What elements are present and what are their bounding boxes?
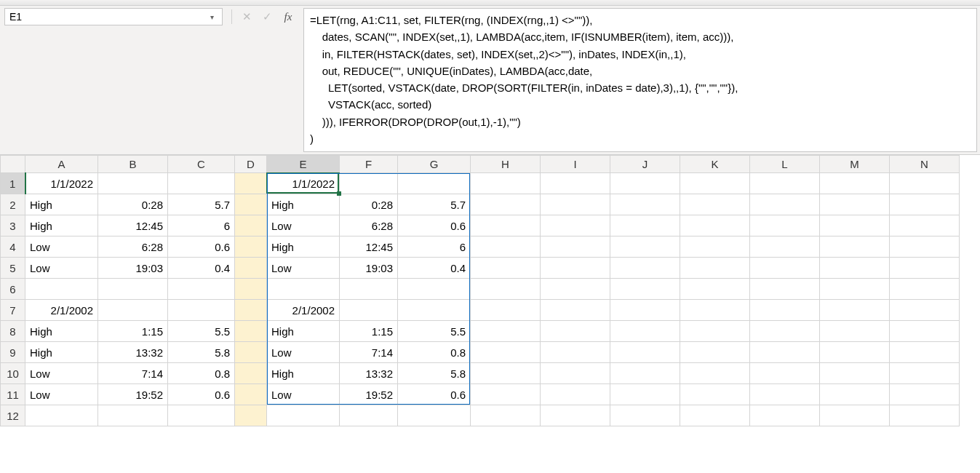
column-header-A[interactable]: A <box>25 156 98 173</box>
row-header-4[interactable]: 4 <box>1 236 25 258</box>
cell-H11[interactable] <box>471 384 541 405</box>
cell-D1[interactable] <box>235 173 267 194</box>
cell-F3[interactable]: 6:28 <box>340 215 398 236</box>
cell-M9[interactable] <box>820 342 890 363</box>
cell-H8[interactable] <box>471 321 541 342</box>
formula-bar-input[interactable]: =LET(rng, A1:C11, set, FILTER(rng, (INDE… <box>303 8 977 152</box>
cell-K7[interactable] <box>680 300 750 321</box>
cell-F4[interactable]: 12:45 <box>340 236 398 258</box>
cell-B9[interactable]: 13:32 <box>98 342 168 363</box>
cell-F11[interactable]: 19:52 <box>340 384 398 405</box>
cell-N6[interactable] <box>890 279 960 300</box>
cell-I10[interactable] <box>541 363 610 384</box>
cell-K4[interactable] <box>680 236 750 258</box>
cancel-formula-button[interactable]: ✕ <box>236 8 257 25</box>
insert-function-button[interactable]: fx <box>277 11 299 23</box>
cell-A10[interactable]: Low <box>25 363 98 384</box>
row-header-3[interactable]: 3 <box>1 215 25 236</box>
cell-J12[interactable] <box>610 405 680 426</box>
cell-B3[interactable]: 12:45 <box>98 215 168 236</box>
cell-A7[interactable]: 2/1/2002 <box>25 300 98 321</box>
cell-M4[interactable] <box>820 236 890 258</box>
cell-D7[interactable] <box>235 300 267 321</box>
cell-H2[interactable] <box>471 194 541 215</box>
cell-L5[interactable] <box>750 258 820 279</box>
cell-B11[interactable]: 19:52 <box>98 384 168 405</box>
cell-H9[interactable] <box>471 342 541 363</box>
cell-E7[interactable]: 2/1/2002 <box>267 300 340 321</box>
cell-J10[interactable] <box>610 363 680 384</box>
cell-L8[interactable] <box>750 321 820 342</box>
cell-K3[interactable] <box>680 215 750 236</box>
cell-C10[interactable]: 0.8 <box>168 363 235 384</box>
cell-J3[interactable] <box>610 215 680 236</box>
cell-F6[interactable] <box>340 279 398 300</box>
cell-D4[interactable] <box>235 236 267 258</box>
cell-M2[interactable] <box>820 194 890 215</box>
cell-D12[interactable] <box>235 405 267 426</box>
cell-J9[interactable] <box>610 342 680 363</box>
cell-K12[interactable] <box>680 405 750 426</box>
cell-C1[interactable] <box>168 173 235 194</box>
cell-M6[interactable] <box>820 279 890 300</box>
row-header-10[interactable]: 10 <box>1 363 25 384</box>
cell-K11[interactable] <box>680 384 750 405</box>
cell-E9[interactable]: Low <box>267 342 340 363</box>
cell-C11[interactable]: 0.6 <box>168 384 235 405</box>
cell-K6[interactable] <box>680 279 750 300</box>
cell-B8[interactable]: 1:15 <box>98 321 168 342</box>
cell-I4[interactable] <box>541 236 610 258</box>
cell-F10[interactable]: 13:32 <box>340 363 398 384</box>
cell-N12[interactable] <box>890 405 960 426</box>
cell-M12[interactable] <box>820 405 890 426</box>
cell-L3[interactable] <box>750 215 820 236</box>
worksheet-grid[interactable]: ABCDEFGHIJKLMN11/1/20221/1/20222High0:28… <box>0 155 980 426</box>
cell-I7[interactable] <box>541 300 610 321</box>
cell-D6[interactable] <box>235 279 267 300</box>
cell-H12[interactable] <box>471 405 541 426</box>
cell-F1[interactable] <box>340 173 398 194</box>
cell-M10[interactable] <box>820 363 890 384</box>
cell-M1[interactable] <box>820 173 890 194</box>
column-header-D[interactable]: D <box>235 156 267 173</box>
column-header-H[interactable]: H <box>471 156 541 173</box>
cell-D9[interactable] <box>235 342 267 363</box>
cell-K10[interactable] <box>680 363 750 384</box>
cell-A6[interactable] <box>25 279 98 300</box>
cell-A4[interactable]: Low <box>25 236 98 258</box>
accept-formula-button[interactable]: ✓ <box>257 8 277 25</box>
cell-B10[interactable]: 7:14 <box>98 363 168 384</box>
cell-L2[interactable] <box>750 194 820 215</box>
cell-F8[interactable]: 1:15 <box>340 321 398 342</box>
cell-C5[interactable]: 0.4 <box>168 258 235 279</box>
cell-L4[interactable] <box>750 236 820 258</box>
cell-C8[interactable]: 5.5 <box>168 321 235 342</box>
cell-B4[interactable]: 6:28 <box>98 236 168 258</box>
row-header-8[interactable]: 8 <box>1 321 25 342</box>
cell-H1[interactable] <box>471 173 541 194</box>
cell-H5[interactable] <box>471 258 541 279</box>
cell-A11[interactable]: Low <box>25 384 98 405</box>
cell-D10[interactable] <box>235 363 267 384</box>
cell-I12[interactable] <box>541 405 610 426</box>
row-header-11[interactable]: 11 <box>1 384 25 405</box>
cell-F5[interactable]: 19:03 <box>340 258 398 279</box>
row-header-6[interactable]: 6 <box>1 279 25 300</box>
cell-M3[interactable] <box>820 215 890 236</box>
cell-J2[interactable] <box>610 194 680 215</box>
cell-K9[interactable] <box>680 342 750 363</box>
cell-G5[interactable]: 0.4 <box>398 258 471 279</box>
column-header-M[interactable]: M <box>820 156 890 173</box>
cell-C3[interactable]: 6 <box>168 215 235 236</box>
name-box[interactable]: E1 ▾ <box>4 8 223 25</box>
cell-E6[interactable] <box>267 279 340 300</box>
cell-A3[interactable]: High <box>25 215 98 236</box>
cell-N11[interactable] <box>890 384 960 405</box>
cell-M8[interactable] <box>820 321 890 342</box>
cell-K1[interactable] <box>680 173 750 194</box>
cell-G11[interactable]: 0.6 <box>398 384 471 405</box>
column-header-I[interactable]: I <box>541 156 610 173</box>
cell-N8[interactable] <box>890 321 960 342</box>
cell-E1[interactable]: 1/1/2022 <box>267 173 340 194</box>
cell-N2[interactable] <box>890 194 960 215</box>
